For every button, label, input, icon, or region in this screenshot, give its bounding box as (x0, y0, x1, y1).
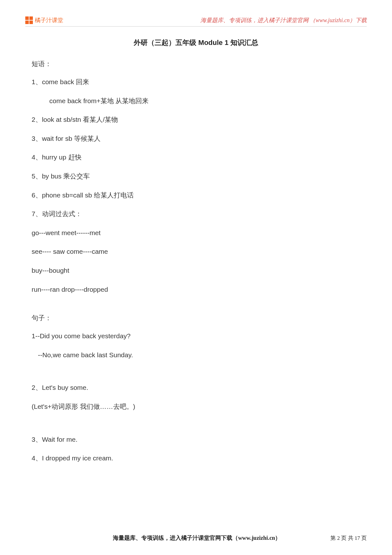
sentence-line: --No,we came back last Sunday. (32, 350, 360, 360)
footer-center-text: 海量题库、专项训练，进入橘子汁课堂官网下载（www.juzizhi.cn） (25, 534, 330, 542)
phrase-line: buy---bought (32, 265, 360, 276)
sentence-line: 1--Did you come back yesterday? (32, 331, 360, 341)
phrase-line: go---went meet------met (32, 228, 360, 238)
document-title: 外研（三起）五年级 Module 1 知识汇总 (32, 38, 360, 47)
sentence-line: 3、Wait for me. (32, 434, 360, 445)
logo-icon (25, 16, 33, 24)
sentences-section-label: 句子： (32, 314, 360, 322)
page-header: 橘子汁课堂 海量题库、专项训练，进入橘子汁课堂官网 （www.juzizhi.c… (25, 16, 367, 27)
logo: 橘子汁课堂 (25, 16, 63, 24)
phrases-section-label: 短语： (32, 59, 360, 68)
header-right-text: 海量题库、专项训练，进入橘子汁课堂官网 （www.juzizhi.cn）下载 (200, 16, 367, 24)
sentence-line: 4、I dropped my ice cream. (32, 453, 360, 464)
page-footer: 海量题库、专项训练，进入橘子汁课堂官网下载（www.juzizhi.cn） 第 … (25, 534, 367, 542)
sentence-line: 2、Let's buy some. (32, 382, 360, 393)
phrase-line: come back from+某地 从某地回来 (32, 96, 360, 106)
phrase-line: see---- saw come----came (32, 246, 360, 257)
phrase-line: 4、hurry up 赶快 (32, 152, 360, 163)
phrase-line: 5、by bus 乘公交车 (32, 171, 360, 182)
phrase-line: 1、come back 回来 (32, 77, 360, 87)
footer-page-number: 第 2 页 共 17 页 (330, 534, 367, 542)
logo-text: 橘子汁课堂 (35, 16, 63, 24)
phrase-line: 3、wait for sb 等候某人 (32, 133, 360, 144)
phrase-line: 7、动词过去式： (32, 209, 360, 219)
phrase-line: 2、look at sb/stn 看某人/某物 (32, 114, 360, 125)
document-body: 外研（三起）五年级 Module 1 知识汇总 短语： 1、come back … (32, 38, 360, 472)
sentence-line: (Let's+动词原形 我们做……去吧。) (32, 401, 360, 412)
phrase-line: 6、phone sb=call sb 给某人打电话 (32, 190, 360, 201)
phrase-line: run----ran drop----dropped (32, 284, 360, 295)
